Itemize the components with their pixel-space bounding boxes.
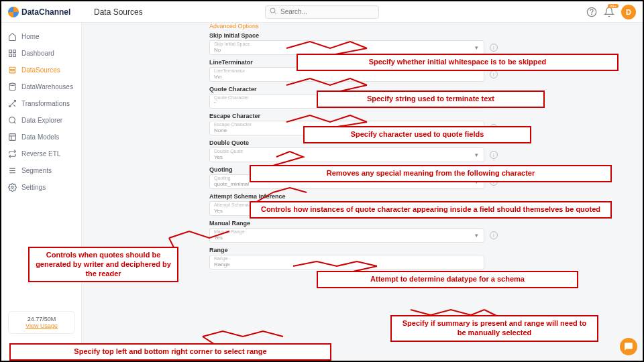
svg-point-10 [9,83,15,85]
search-input[interactable] [265,5,379,19]
logo-icon [8,7,19,17]
annotation-escape-char: Removes any special meaning from the fol… [250,165,612,182]
info-icon[interactable]: i [490,44,498,52]
usage-count: 24.77/50M [13,316,70,322]
svg-point-19 [11,186,13,188]
svg-rect-9 [9,71,15,73]
usage-box: 24.77/50M View Usage [8,311,75,334]
logo: DataChannel [1,7,82,17]
home-icon [8,32,17,41]
svg-point-3 [592,14,592,15]
info-icon[interactable]: i [490,151,498,159]
annotation-double-quote: Controls how instances of quote characte… [250,201,612,219]
models-icon [8,133,17,141]
view-usage-link[interactable]: View Usage [13,322,70,329]
segments-icon [8,166,17,175]
info-icon[interactable]: i [490,70,498,78]
svg-line-12 [14,122,15,123]
svg-rect-8 [9,67,15,69]
sidebar-label: Transformations [21,100,70,107]
annotation-line-terminator: Specify string used to terminate text [317,90,545,108]
svg-rect-6 [9,54,12,57]
sidebar-item-explorer[interactable]: Data Explorer [1,112,81,129]
gear-icon [8,183,17,192]
sidebar-item-warehouses[interactable]: DataWarehouses [1,78,81,95]
explorer-icon [8,116,17,125]
manual-range-select[interactable]: Manual RangeYes [209,228,484,243]
dashboard-icon [8,49,17,58]
search-icon [269,7,277,15]
svg-rect-5 [13,50,16,53]
reverse-etl-icon [8,149,17,158]
sidebar-item-dashboard[interactable]: Dashboard [1,45,81,62]
svg-point-11 [9,117,15,123]
sidebar-item-models[interactable]: Data Models [1,129,81,145]
chat-icon [624,342,633,351]
svg-rect-7 [13,54,16,57]
bell-icon[interactable]: 99+ [604,7,614,17]
advanced-options-label[interactable]: Advanced Options [209,23,623,29]
sidebar-item-segments[interactable]: Segments [1,162,81,179]
notification-badge: 99+ [608,4,619,8]
range-input[interactable]: RangeRange [209,255,484,269]
field-range: Range RangeRange [209,247,623,269]
double-quote-select[interactable]: Double QuoteYes [209,147,484,162]
field-label: Skip Initial Space [209,32,623,39]
annotation-range: Specify top left and bottom right corner… [9,343,331,361]
sidebar-label: DataWarehouses [21,83,73,90]
annotation-manual-range: Specify if summary is present and range … [390,315,598,342]
field-label: Escape Character [209,113,623,119]
annotation-quoting: Controls when quotes should be generated… [28,247,178,282]
field-manual-range: Manual Range Manual RangeYes i [209,220,623,243]
sidebar-item-reverse-etl[interactable]: Reverse ETL [1,145,81,162]
sidebar-item-datasources[interactable]: DataSources [1,62,81,78]
field-label: Attempt Schema Inference [209,193,623,200]
field-skip-initial-space: Skip Initial Space Skip Initial SpaceNo … [209,32,623,55]
topbar-right: 99+ D [586,5,643,19]
chat-button[interactable] [620,338,637,355]
sidebar-item-settings[interactable]: Settings [1,179,81,196]
sidebar-label: Settings [21,184,46,191]
skip-initial-space-select[interactable]: Skip Initial SpaceNo [209,40,484,55]
sidebar-item-transformations[interactable]: Transformations [1,95,81,112]
svg-rect-13 [9,134,16,141]
main: Advanced Options Skip Initial Space Skip… [82,23,643,361]
field-label: Range [209,247,623,253]
annotation-schema-inference: Attempt to determine datatype for a sche… [317,271,578,288]
search-wrap [265,5,379,19]
field-label: Manual Range [209,220,623,227]
help-icon[interactable] [586,7,597,17]
sidebar-label: DataSources [21,66,60,74]
sidebar-item-home[interactable]: Home [1,28,81,45]
datasource-icon [8,66,17,74]
page-title: Data Sources [94,7,143,17]
form-panel: Advanced Options Skip Initial Space Skip… [209,23,623,361]
transform-icon [8,99,17,108]
avatar[interactable]: D [621,5,636,19]
svg-line-1 [274,13,276,14]
sidebar-label: Data Explorer [21,117,62,124]
topbar: DataChannel Data Sources 99+ D [1,1,643,23]
info-icon[interactable]: i [490,231,498,239]
annotation-skip-initial: Specify whether initial whitespace is to… [297,54,619,71]
sidebar: Home Dashboard DataSources DataWarehouse… [1,23,82,361]
sidebar-label: Reverse ETL [21,150,60,158]
sidebar-label: Segments [21,167,52,174]
annotation-quote-char: Specify character used to quote fields [303,126,531,143]
svg-point-0 [270,8,275,13]
warehouse-icon [8,82,17,91]
brand-name: DataChannel [21,7,70,17]
sidebar-label: Data Models [21,133,59,141]
svg-rect-4 [9,50,12,53]
sidebar-label: Home [21,33,40,40]
sidebar-label: Dashboard [21,50,54,57]
